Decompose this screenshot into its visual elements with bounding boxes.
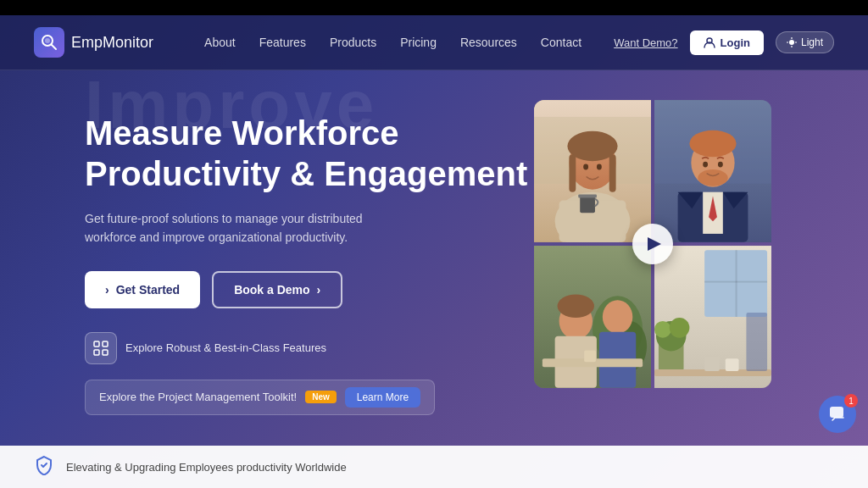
nav-products[interactable]: Products <box>330 36 376 49</box>
play-button[interactable] <box>632 224 673 264</box>
image-panel-2 <box>654 100 771 242</box>
login-icon <box>704 36 715 48</box>
svg-rect-59 <box>830 407 843 418</box>
svg-point-33 <box>689 130 736 158</box>
svg-point-41 <box>558 294 594 318</box>
chat-bubble[interactable]: 1 <box>819 396 856 433</box>
nav-features[interactable]: Features <box>259 36 306 49</box>
toolkit-text: Explore the Project Management Toolkit! <box>99 391 297 403</box>
new-badge: New <box>305 391 337 403</box>
svg-point-54 <box>670 318 690 338</box>
bottom-bar: Elevating & Upgrading Employees producti… <box>0 446 868 488</box>
shield-icon <box>34 455 54 480</box>
nav-links: About Features Products Pricing Resource… <box>204 36 614 49</box>
features-label: Explore Robust & Best-in-Class Features <box>125 341 326 354</box>
login-button[interactable]: Login <box>690 30 764 55</box>
chat-icon <box>828 405 847 424</box>
svg-rect-23 <box>580 197 595 214</box>
arrow-right-icon-2: › <box>317 283 321 297</box>
bottom-text: Elevating & Upgrading Employees producti… <box>66 461 347 474</box>
image-panel-3 <box>534 246 651 388</box>
image-panel-4 <box>654 246 771 388</box>
features-row: Explore Robust & Best-in-Class Features <box>85 332 534 364</box>
hero-title: Measure Workforce Productivity & Engagem… <box>85 113 534 194</box>
svg-point-34 <box>698 169 727 186</box>
svg-rect-20 <box>609 154 616 191</box>
hero-image <box>534 100 771 388</box>
main-wrapper: Improve EmpMonitor About Features Produc… <box>0 15 868 488</box>
svg-rect-11 <box>94 350 99 355</box>
top-bar <box>0 0 868 15</box>
svg-rect-58 <box>746 313 767 371</box>
svg-point-53 <box>654 321 671 338</box>
svg-rect-12 <box>103 350 108 355</box>
nav-resources[interactable]: Resources <box>460 36 517 49</box>
hero-subtitle: Get future-proof solutions to manage you… <box>85 209 407 247</box>
svg-point-36 <box>718 162 723 168</box>
hero-buttons: › Get Started Book a Demo › <box>85 271 534 308</box>
toolkit-bar: Explore the Project Management Toolkit! … <box>85 380 435 415</box>
theme-icon <box>787 37 797 47</box>
want-demo-link[interactable]: Want Demo? <box>614 36 677 49</box>
logo[interactable]: EmpMonitor <box>34 27 153 58</box>
svg-point-2 <box>45 38 50 43</box>
svg-rect-10 <box>103 341 108 347</box>
image-panel-1 <box>534 100 651 242</box>
logo-text: EmpMonitor <box>71 34 153 52</box>
learn-more-button[interactable]: Learn More <box>345 387 420 408</box>
svg-point-22 <box>597 164 602 170</box>
get-started-button[interactable]: › Get Started <box>85 271 200 308</box>
nav-right: Want Demo? Login Light <box>614 30 834 55</box>
chat-notification-badge: 1 <box>844 394 858 408</box>
features-icon-box <box>85 332 117 364</box>
svg-rect-57 <box>726 358 739 371</box>
hero-left: Measure Workforce Productivity & Engagem… <box>85 104 534 415</box>
nav-contact[interactable]: Contact <box>541 36 581 49</box>
navbar: EmpMonitor About Features Products Prici… <box>0 15 868 70</box>
svg-point-35 <box>703 162 708 168</box>
svg-rect-19 <box>569 154 576 191</box>
svg-rect-46 <box>584 350 596 362</box>
arrow-right-icon: › <box>105 283 109 297</box>
svg-rect-24 <box>578 195 597 198</box>
theme-toggle[interactable]: Light <box>776 31 834 53</box>
svg-point-21 <box>583 164 588 170</box>
nav-pricing[interactable]: Pricing <box>400 36 437 49</box>
svg-line-1 <box>52 45 57 50</box>
hero-section: Measure Workforce Productivity & Engagem… <box>0 70 868 446</box>
svg-point-43 <box>603 300 632 333</box>
svg-rect-56 <box>704 356 720 371</box>
svg-rect-49 <box>736 250 737 317</box>
grid-icon <box>92 340 109 357</box>
play-icon <box>648 237 661 251</box>
book-demo-button[interactable]: Book a Demo › <box>212 271 342 308</box>
svg-point-4 <box>789 40 794 45</box>
nav-about[interactable]: About <box>204 36 236 49</box>
svg-rect-9 <box>94 341 99 347</box>
logo-icon <box>34 27 64 58</box>
svg-rect-50 <box>704 281 767 283</box>
